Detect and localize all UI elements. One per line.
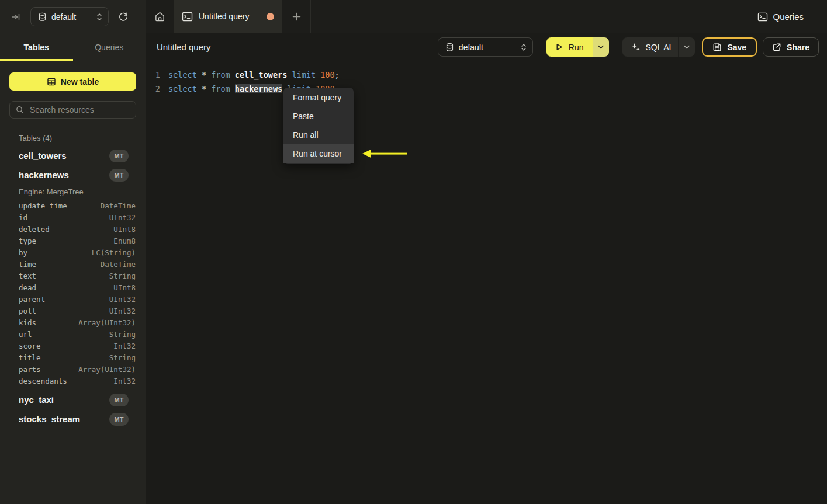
column-type: UInt8 <box>113 225 136 234</box>
table-name: hackernews <box>19 170 69 180</box>
run-button-label: Run <box>569 43 584 52</box>
column-type: Enum8 <box>113 237 136 245</box>
code-token: hackernews <box>235 84 282 93</box>
sidebar-tab-queries[interactable]: Queries <box>73 33 146 61</box>
toolbar-actions: default Run <box>438 37 819 57</box>
run-options-button[interactable] <box>593 37 609 57</box>
collapse-sidebar-button[interactable] <box>7 8 25 26</box>
code-token: select <box>168 70 197 79</box>
table-name: stocks_stream <box>19 414 80 424</box>
chevron-down-icon <box>684 45 690 49</box>
column-name: text <box>19 272 36 280</box>
column-type: String <box>109 330 136 339</box>
tab-untitled-query[interactable]: Untitled query <box>174 0 282 33</box>
refresh-button[interactable] <box>115 8 132 26</box>
column-type: String <box>109 272 136 280</box>
sidebar-database-value: default <box>51 12 76 22</box>
editor-lines: 1select * from cell_towers limit 100;2se… <box>146 68 827 96</box>
column-list: update_timeDateTimeidUInt32deletedUInt8t… <box>0 199 146 390</box>
editor-line-2[interactable]: 2select * from hackernews limit 1000 <box>146 82 827 96</box>
code-token <box>197 70 202 79</box>
sql-ai-button[interactable]: SQL AI <box>622 37 679 57</box>
table-row-hackernews[interactable]: hackernewsMT <box>0 165 146 185</box>
editor-context-menu: Format queryPasteRun allRun at cursor <box>283 88 354 164</box>
sql-ai-split-button: SQL AI <box>622 37 695 57</box>
table-row-stocks-stream[interactable]: stocks_streamMT <box>0 409 146 429</box>
column-name: by <box>19 248 27 257</box>
sql-console-app: default Tables Queries <box>0 0 827 504</box>
sidebar-database-selector[interactable]: default <box>30 7 109 26</box>
column-type: UInt32 <box>109 213 136 222</box>
database-icon <box>38 12 47 22</box>
column-name: time <box>19 260 36 269</box>
column-name: id <box>19 213 27 222</box>
column-name: dead <box>19 283 36 292</box>
column-row: update_timeDateTime <box>0 200 146 211</box>
table-name: cell_towers <box>19 151 67 161</box>
database-icon <box>445 43 454 52</box>
sql-ai-options-button[interactable] <box>678 37 695 57</box>
menu-item-run-at-cursor[interactable]: Run at cursor <box>283 144 354 163</box>
column-row: partsArray(UInt32) <box>0 363 146 375</box>
menu-item-paste[interactable]: Paste <box>283 107 354 126</box>
column-name: parent <box>19 295 45 304</box>
new-table-button[interactable]: New table <box>9 72 136 91</box>
engine-label: Engine: MergeTree <box>0 185 146 199</box>
toolbar-database-selector[interactable]: default <box>438 37 533 57</box>
share-button[interactable]: Share <box>763 37 819 57</box>
column-type: Int32 <box>113 377 136 385</box>
menu-item-run-all[interactable]: Run all <box>283 126 354 144</box>
tables-section-title: Tables (4) <box>19 134 146 142</box>
active-tab-underline <box>0 59 73 61</box>
sidebar-tab-tables[interactable]: Tables <box>0 33 73 61</box>
sidebar-header: default <box>0 0 146 33</box>
column-name: deleted <box>19 225 50 234</box>
table-name: nyc_taxi <box>19 395 54 405</box>
save-button[interactable]: Save <box>702 37 757 57</box>
main-area: Untitled query Queries Untitled query <box>146 0 827 504</box>
query-title: Untitled query <box>157 42 211 52</box>
plus-icon <box>292 12 301 21</box>
sidebar-tab-queries-label: Queries <box>95 43 123 52</box>
unsaved-changes-dot <box>267 13 274 20</box>
tab-bar: Untitled query Queries <box>146 0 827 33</box>
run-split-button: Run <box>546 37 609 57</box>
column-name: type <box>19 237 36 245</box>
run-button[interactable]: Run <box>546 37 593 57</box>
column-type: DateTime <box>101 201 136 210</box>
queries-button[interactable]: Queries <box>757 0 804 33</box>
editor-line-1[interactable]: 1select * from cell_towers limit 100; <box>146 68 827 82</box>
column-row: kidsArray(UInt32) <box>0 317 146 328</box>
new-tab-button[interactable] <box>282 0 310 33</box>
table-row-nyc-taxi[interactable]: nyc_taxiMT <box>0 390 146 409</box>
engine-badge: MT <box>109 394 129 406</box>
code-token <box>206 84 211 93</box>
queries-button-label: Queries <box>773 12 804 22</box>
queries-terminal-icon <box>757 12 768 22</box>
code-token: from <box>211 84 230 93</box>
share-external-icon <box>772 43 781 52</box>
tabbar-divider <box>310 0 311 33</box>
new-table-label: New table <box>61 77 99 86</box>
column-type: UInt32 <box>109 295 136 304</box>
search-resources-input[interactable] <box>29 105 137 115</box>
table-row-cell-towers[interactable]: cell_towersMT <box>0 146 146 165</box>
save-button-label: Save <box>727 43 746 52</box>
sql-editor[interactable]: 1select * from cell_towers limit 100;2se… <box>146 61 827 96</box>
code-token <box>206 70 211 79</box>
terminal-icon <box>182 12 193 22</box>
column-name: kids <box>19 318 36 327</box>
table-grid-icon <box>47 77 56 86</box>
home-tab[interactable] <box>146 0 174 33</box>
chevron-down-icon <box>598 45 604 49</box>
menu-item-format-query[interactable]: Format query <box>283 88 354 107</box>
engine-badge: MT <box>109 150 129 162</box>
code-token <box>316 70 320 79</box>
sidebar-tabs: Tables Queries <box>0 33 146 61</box>
column-name: url <box>19 330 32 339</box>
column-type: Int32 <box>113 342 136 350</box>
sidebar-tab-tables-label: Tables <box>24 43 49 52</box>
code-token <box>230 84 235 93</box>
column-row: titleString <box>0 352 146 363</box>
search-resources-box[interactable] <box>9 101 136 119</box>
